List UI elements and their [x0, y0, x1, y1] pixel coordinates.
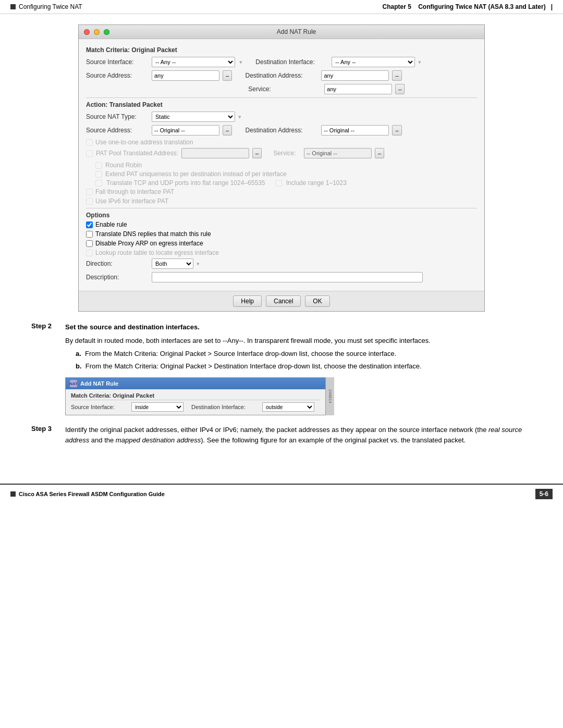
disable-proxy-arp-label: Disable Proxy ARP on egress interface: [95, 240, 203, 247]
disable-proxy-arp-checkbox[interactable]: [86, 240, 93, 247]
translated-destination-input[interactable]: [321, 125, 389, 135]
use-ipv6-label: Use IPv6 for interface PAT: [95, 198, 168, 205]
round-robin-label: Round Robin: [105, 162, 142, 169]
include-range-label: Include range 1–1023: [286, 179, 347, 187]
breadcrumb: Configuring Twice NAT: [19, 3, 82, 10]
direction-select[interactable]: Both: [152, 258, 193, 269]
header-separator: |: [551, 3, 553, 10]
source-interface-label: Source Interface:: [86, 58, 149, 66]
step2-row: Step 2 Set the source and destination in…: [31, 322, 532, 373]
extend-pat-row: Extend PAT uniqueness to per destination…: [95, 170, 477, 178]
help-button[interactable]: Help: [233, 295, 262, 307]
pat-pool-checkbox[interactable]: [86, 150, 93, 157]
enable-rule-label: Enable rule: [95, 221, 127, 228]
maximize-button[interactable]: [104, 29, 109, 35]
step3-description: Identify the original packet addresses, …: [65, 425, 532, 445]
description-label: Description:: [86, 274, 149, 281]
disable-proxy-arp-row: Disable Proxy ARP on egress interface: [86, 240, 477, 247]
sub-dialog: NAT Add NAT Rule Match Criteria: Origina…: [65, 377, 326, 415]
round-robin-checkbox[interactable]: [95, 162, 102, 169]
destination-address-browse-button[interactable]: –: [392, 70, 401, 81]
page-footer: Cisco ASA Series Firewall ASDM Configura…: [0, 484, 563, 503]
sub-source-interface-select[interactable]: inside: [131, 402, 183, 412]
chapter-label: Chapter 5: [382, 3, 411, 10]
options-label: Options: [86, 212, 477, 219]
source-interface-row: Source Interface: -- Any -- ▾ Destinatio…: [86, 57, 477, 67]
ok-button[interactable]: OK: [305, 295, 329, 307]
translate-tcp-checkbox[interactable]: [95, 180, 102, 187]
service-input[interactable]: [324, 84, 392, 94]
round-robin-row: Round Robin: [95, 162, 477, 169]
minimize-button[interactable]: [94, 29, 100, 35]
source-nat-type-select[interactable]: Static: [152, 112, 235, 122]
description-input[interactable]: [152, 272, 423, 282]
dialog-titlebar: Add NAT Rule: [79, 25, 484, 39]
header-square-icon: [10, 4, 16, 9]
dialog-footer: Help Cancel OK: [79, 291, 484, 311]
use-ipv6-checkbox[interactable]: [86, 198, 93, 205]
include-range-checkbox[interactable]: [275, 180, 282, 187]
dialog-title: Add NAT Rule: [114, 28, 479, 35]
page-header: Configuring Twice NAT Chapter 5 Configur…: [0, 0, 563, 14]
use-one-to-one-row: Use one-to-one address translation: [86, 139, 477, 146]
use-one-to-one-label: Use one-to-one address translation: [95, 139, 193, 146]
pat-pool-input[interactable]: [181, 148, 249, 158]
translated-source-input[interactable]: [152, 125, 219, 135]
destination-interface-select[interactable]: -- Any --: [332, 57, 415, 67]
pat-pool-service-input[interactable]: [304, 148, 372, 158]
destination-address-input[interactable]: [321, 70, 389, 81]
enable-rule-row: Enable rule: [86, 221, 477, 228]
match-criteria-label: Match Criteria: Original Packet: [86, 46, 477, 54]
step2-section: Step 2 Set the source and destination in…: [31, 322, 532, 415]
translate-dns-row: Translate DNS replies that match this ru…: [86, 230, 477, 238]
step2-label: Step 2: [31, 322, 60, 373]
footer-square-icon: [10, 491, 16, 497]
main-content: Add NAT Rule Match Criteria: Original Pa…: [0, 14, 563, 468]
fall-through-checkbox[interactable]: [86, 189, 93, 195]
service-browse-button[interactable]: –: [395, 84, 405, 94]
step2-substep-a: a. From the Match Criteria: Original Pac…: [76, 349, 532, 359]
enable-rule-checkbox[interactable]: [86, 221, 93, 228]
step3-italic2: mapped destination address: [116, 436, 201, 444]
direction-row: Direction: Both ▾: [86, 258, 477, 269]
use-one-to-one-checkbox[interactable]: [86, 139, 93, 146]
translated-destination-label: Destination Address:: [245, 127, 318, 134]
extend-pat-label: Extend PAT uniqueness to per destination…: [105, 170, 287, 178]
step2-substep-b: b. From the Match Criteria: Original Pac…: [76, 361, 532, 372]
sub-dialog-titlebar: NAT Add NAT Rule: [66, 378, 325, 389]
pat-pool-service-label: Service:: [273, 150, 296, 157]
sub-dialog-strip: 248814: [326, 377, 334, 415]
destination-address-label: Destination Address:: [245, 72, 318, 79]
translated-source-label: Source Address:: [86, 127, 149, 134]
close-button[interactable]: [84, 29, 90, 35]
step2-content: Set the source and destination interface…: [65, 322, 532, 373]
source-address-row: Source Address: – Destination Address: –: [86, 70, 477, 81]
sub-destination-interface-select[interactable]: outside: [262, 402, 314, 412]
sub-dialog-indent: NAT Add NAT Rule Match Criteria: Origina…: [65, 377, 532, 415]
source-address-input[interactable]: [152, 70, 219, 81]
pat-pool-service-browse-button[interactable]: –: [375, 148, 384, 158]
cancel-button[interactable]: Cancel: [266, 295, 301, 307]
action-label: Action: Translated Packet: [86, 101, 477, 108]
extend-pat-checkbox[interactable]: [95, 171, 102, 178]
step3-section: Step 3 Identify the original packet addr…: [31, 425, 532, 448]
substep-a-label: a.: [76, 350, 81, 357]
translated-address-row: Source Address: – Destination Address: –: [86, 125, 477, 135]
step2-description: By default in routed mode, both interfac…: [65, 336, 532, 346]
translate-tcp-row: Translate TCP and UDP ports into flat ra…: [95, 179, 477, 187]
chapter-title: Configuring Twice NAT (ASA 8.3 and Later…: [418, 3, 545, 10]
sub-dialog-form-row: Source Interface: inside Destination Int…: [71, 402, 320, 412]
sub-destination-interface-label: Destination Interface:: [191, 404, 259, 410]
translated-destination-browse-button[interactable]: –: [392, 125, 401, 135]
source-address-browse-button[interactable]: –: [223, 70, 232, 81]
step3-content: Identify the original packet addresses, …: [65, 425, 532, 448]
service-label: Service:: [248, 85, 321, 93]
source-interface-select[interactable]: -- Any --: [152, 57, 235, 67]
fall-through-row: Fall through to interface PAT: [86, 188, 477, 195]
lookup-route-checkbox[interactable]: [86, 250, 93, 256]
sub-dialog-icon: NAT: [70, 380, 77, 387]
sub-dialog-section: Match Criteria: Original Packet: [71, 392, 320, 400]
translate-dns-checkbox[interactable]: [86, 231, 93, 238]
pat-pool-browse-button[interactable]: –: [252, 148, 262, 158]
translated-source-browse-button[interactable]: –: [223, 125, 232, 135]
